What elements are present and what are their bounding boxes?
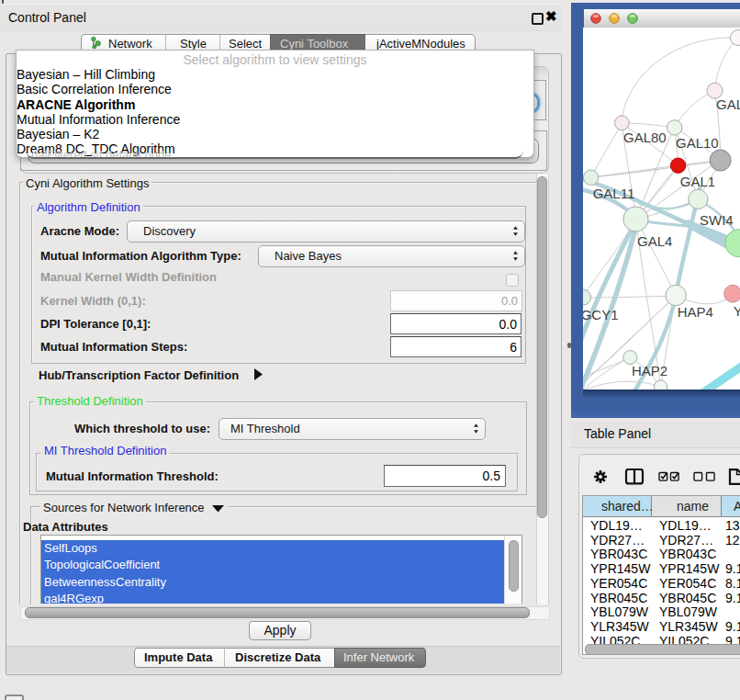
svg-text:HAP4: HAP4 xyxy=(678,304,713,320)
svg-text:GCY1: GCY1 xyxy=(583,307,619,322)
svg-text:GAL7: GAL7 xyxy=(716,96,740,112)
svg-text:GAL80: GAL80 xyxy=(623,130,667,145)
svg-text:GAL1: GAL1 xyxy=(680,174,715,189)
svg-text:SWI4: SWI4 xyxy=(700,212,734,228)
svg-text:YJR048W: YJR048W xyxy=(734,303,740,319)
svg-text:GAL10: GAL10 xyxy=(676,135,719,151)
svg-text:GAL11: GAL11 xyxy=(593,186,635,201)
svg-text:GAL4: GAL4 xyxy=(637,233,672,249)
svg-text:HAP2: HAP2 xyxy=(632,363,667,378)
